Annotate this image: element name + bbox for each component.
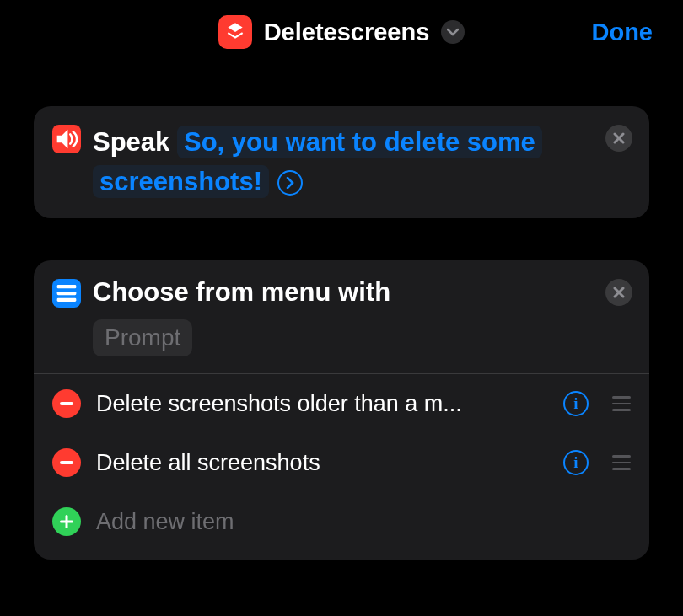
menu-item-row: Delete all screenshots i [52,433,631,492]
header-title-group[interactable]: Deletescreens [218,15,465,49]
remove-item-button[interactable] [52,389,81,418]
close-button[interactable] [605,125,632,152]
menu-item-row: Delete screenshots older than a m... i [52,374,631,433]
speak-icon [52,125,81,153]
svg-rect-0 [57,285,77,288]
menu-action-label: Choose from menu with [93,277,631,308]
prompt-field[interactable]: Prompt [93,319,192,356]
expand-icon[interactable] [277,170,303,196]
add-item-label: Add new item [96,509,631,535]
info-icon[interactable]: i [563,391,589,416]
svg-rect-6 [60,521,73,523]
content: Speak So, you want to delete some screen… [0,64,683,560]
svg-rect-2 [57,298,77,302]
done-button[interactable]: Done [592,19,653,46]
header: Deletescreens Done [0,0,683,64]
svg-rect-1 [57,292,77,295]
menu-item-label[interactable]: Delete screenshots older than a m... [96,391,548,417]
menu-items-list: Delete screenshots older than a m... i D… [52,373,631,551]
speak-action-card[interactable]: Speak So, you want to delete some screen… [34,106,649,218]
shortcuts-icon [218,15,252,49]
add-item-button[interactable] [52,507,81,536]
info-icon[interactable]: i [563,450,589,475]
svg-rect-3 [60,402,73,405]
svg-rect-4 [60,461,73,464]
menu-icon [52,279,81,308]
menu-action-card[interactable]: Choose from menu with Prompt Delete scre… [34,260,649,560]
chevron-down-icon[interactable] [441,20,465,44]
close-button[interactable] [605,279,632,306]
speak-action-label: Speak [93,127,169,157]
shortcut-title: Deletescreens [264,19,430,46]
drag-handle-icon[interactable] [604,396,631,411]
menu-item-label[interactable]: Delete all screenshots [96,450,548,476]
remove-item-button[interactable] [52,448,81,477]
add-item-row[interactable]: Add new item [52,492,631,551]
drag-handle-icon[interactable] [604,455,631,470]
